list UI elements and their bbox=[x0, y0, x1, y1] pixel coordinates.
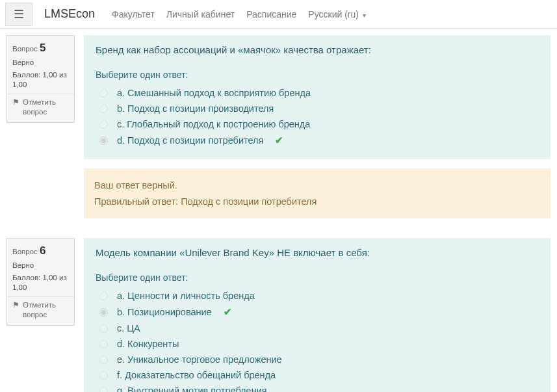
correct-check-icon: ✔ bbox=[275, 135, 283, 146]
page-body: Вопрос 5 Верно Баллов: 1,00 из 1,00 ⚑ От… bbox=[0, 29, 557, 392]
answer-text: d. Конкуренты bbox=[117, 339, 179, 349]
answer-text: a. Смешанный подход к восприятию бренда bbox=[117, 88, 311, 98]
question-mark: Баллов: 1,00 из 1,00 bbox=[12, 273, 69, 293]
answer-option[interactable]: d. Конкуренты bbox=[96, 336, 539, 352]
answer-radio[interactable] bbox=[99, 120, 108, 129]
language-label: Русский (ru) bbox=[308, 9, 359, 20]
answer-prompt: Выберите один ответ: bbox=[96, 70, 539, 80]
answer-text: f. Доказательство обещаний бренда bbox=[117, 370, 276, 380]
answer-text: c. ЦА bbox=[117, 323, 140, 333]
answer-radio[interactable] bbox=[99, 292, 108, 300]
answer-option[interactable]: b. Позиционирование✔ bbox=[96, 304, 539, 320]
answer-option[interactable]: a. Смешанный подход к восприятию бренда bbox=[96, 85, 539, 101]
chevron-down-icon: ▾ bbox=[363, 12, 366, 19]
question-state: Верно bbox=[12, 260, 69, 271]
correct-check-icon: ✔ bbox=[224, 306, 232, 318]
answer-radio[interactable] bbox=[99, 324, 108, 333]
question-number: 5 bbox=[40, 42, 45, 54]
answer-list: a. Ценности и личность брендаb. Позицион… bbox=[96, 288, 539, 392]
question-info: Вопрос 6 Верно Баллов: 1,00 из 1,00 ⚑ От… bbox=[6, 238, 75, 326]
question-label: Вопрос bbox=[12, 45, 38, 53]
question-formulation: Бренд как набор ассоциаций и «маячок» ка… bbox=[84, 35, 551, 159]
feedback-correctness: Ваш ответ верный. bbox=[94, 177, 540, 194]
answer-radio[interactable] bbox=[99, 137, 108, 145]
answer-option[interactable]: c. Глобальный подход к построению бренда bbox=[96, 116, 539, 132]
hamburger-icon: ☰ bbox=[14, 7, 24, 21]
answer-feedback: Ваш ответ верный. Правильный ответ: Подх… bbox=[84, 168, 551, 218]
nav-link-faculty[interactable]: Факультет bbox=[112, 9, 155, 20]
answer-text: e. Уникальное торговое предложение bbox=[117, 354, 282, 365]
answer-option[interactable]: d. Подход с позиции потребителя✔ bbox=[96, 132, 539, 149]
question-label: Вопрос bbox=[12, 248, 38, 255]
site-brand[interactable]: LMSEcon bbox=[44, 7, 95, 21]
answer-radio[interactable] bbox=[99, 387, 108, 392]
answer-prompt: Выберите один ответ: bbox=[96, 272, 539, 283]
answer-text: g. Внутренний мотив потребления bbox=[117, 385, 267, 392]
nav-link-language[interactable]: Русский (ru) ▾ bbox=[308, 9, 366, 20]
question-content: Бренд как набор ассоциаций и «маячок» ка… bbox=[84, 35, 551, 218]
question-5: Вопрос 5 Верно Баллов: 1,00 из 1,00 ⚑ От… bbox=[6, 35, 551, 218]
answer-option[interactable]: c. ЦА bbox=[96, 320, 539, 336]
nav-link-schedule[interactable]: Расписание bbox=[246, 9, 296, 20]
menu-toggle-button[interactable]: ☰ bbox=[5, 3, 32, 26]
answer-list: a. Смешанный подход к восприятию брендаb… bbox=[96, 85, 539, 149]
answer-radio[interactable] bbox=[99, 105, 108, 113]
answer-radio[interactable] bbox=[99, 89, 108, 98]
question-formulation: Модель компании «Unilever Brand Key» НЕ … bbox=[84, 238, 551, 392]
flag-question-button[interactable]: ⚑ Отметить вопрос bbox=[7, 94, 74, 122]
navbar: ☰ LMSEcon Факультет Личный кабинет Распи… bbox=[0, 0, 557, 29]
answer-text: a. Ценности и личность бренда bbox=[117, 291, 255, 301]
answer-radio[interactable] bbox=[99, 371, 108, 380]
question-content: Модель компании «Unilever Brand Key» НЕ … bbox=[84, 238, 551, 392]
answer-text: b. Подход с позиции производителя bbox=[117, 103, 274, 114]
nav-link-account[interactable]: Личный кабинет bbox=[166, 9, 235, 20]
flag-question-button[interactable]: ⚑ Отметить вопрос bbox=[7, 296, 74, 325]
answer-option[interactable]: f. Доказательство обещаний бренда bbox=[96, 367, 539, 383]
answer-option[interactable]: g. Внутренний мотив потребления bbox=[96, 383, 539, 392]
question-mark: Баллов: 1,00 из 1,00 bbox=[12, 70, 69, 90]
flag-icon: ⚑ bbox=[12, 300, 19, 311]
question-number: 6 bbox=[40, 244, 45, 257]
question-6: Вопрос 6 Верно Баллов: 1,00 из 1,00 ⚑ От… bbox=[6, 238, 551, 392]
question-info: Вопрос 5 Верно Баллов: 1,00 из 1,00 ⚑ От… bbox=[6, 35, 75, 123]
question-state: Верно bbox=[12, 57, 69, 68]
flag-label: Отметить вопрос bbox=[23, 98, 69, 117]
feedback-right-answer: Правильный ответ: Подход с позиции потре… bbox=[94, 194, 540, 210]
answer-option[interactable]: a. Ценности и личность бренда bbox=[96, 288, 539, 304]
answer-radio[interactable] bbox=[99, 356, 108, 364]
flag-icon: ⚑ bbox=[12, 98, 19, 108]
answer-radio[interactable] bbox=[99, 340, 108, 348]
answer-text: d. Подход с позиции потребителя bbox=[117, 135, 263, 146]
question-text: Модель компании «Unilever Brand Key» НЕ … bbox=[96, 247, 539, 258]
answer-text: c. Глобальный подход к построению бренда bbox=[117, 119, 310, 129]
answer-text: b. Позиционирование bbox=[117, 307, 212, 317]
question-text: Бренд как набор ассоциаций и «маячок» ка… bbox=[96, 44, 539, 55]
answer-radio[interactable] bbox=[99, 308, 108, 317]
answer-option[interactable]: b. Подход с позиции производителя bbox=[96, 101, 539, 116]
flag-label: Отметить вопрос bbox=[23, 300, 69, 320]
answer-option[interactable]: e. Уникальное торговое предложение bbox=[96, 352, 539, 367]
